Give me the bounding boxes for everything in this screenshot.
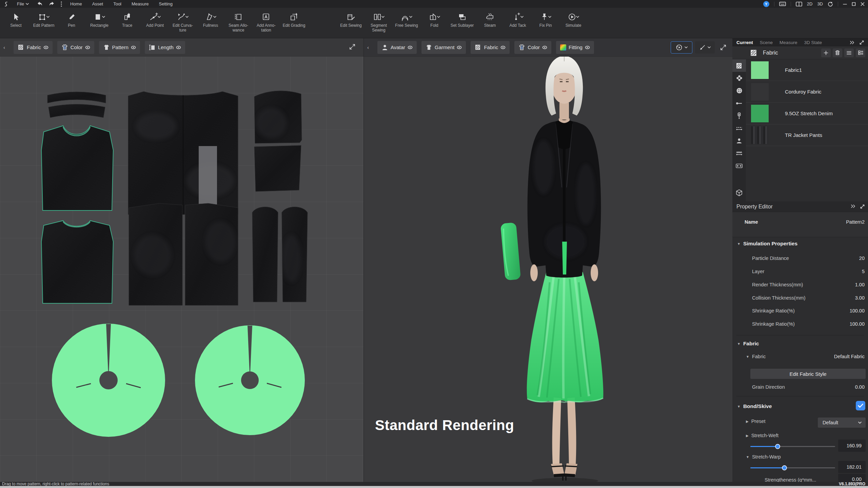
menu-home[interactable]: Home (68, 1, 84, 6)
shrinkage-ratio-weft-value[interactable]: 100.00 (850, 308, 865, 313)
fabric-list-item[interactable]: Corduroy Fabric (746, 81, 868, 103)
collapse-panel-icon[interactable] (850, 41, 854, 44)
simulation-properties-section[interactable]: ▼ Simulation Properties (737, 241, 797, 247)
delete-fabric-button[interactable] (833, 48, 842, 57)
pattern-piece-sleeve-left[interactable] (252, 207, 278, 302)
menu-measure[interactable]: Measure (130, 1, 151, 6)
set-sublayer-tool[interactable]: Set Sublayer (448, 11, 476, 33)
eye-icon[interactable] (131, 46, 136, 49)
strip-puckering-icon[interactable] (732, 147, 746, 160)
stretch-weft-slider[interactable] (750, 446, 835, 447)
caret-down-icon[interactable]: ▼ (737, 405, 741, 408)
eye-icon[interactable] (542, 46, 547, 49)
strip-3d-cube-icon[interactable] (732, 186, 746, 199)
pattern-piece-vest-back[interactable] (41, 221, 113, 303)
expand-panel-icon[interactable] (860, 40, 864, 45)
edit-pattern-tool[interactable]: Edit Pattern (30, 11, 58, 33)
simulate-tool[interactable]: Simulate (559, 11, 587, 33)
mode-3d-button[interactable]: 3D (817, 1, 823, 6)
edit-sewing-tool[interactable]: Edit Sewing (337, 11, 365, 33)
pen-tool[interactable]: Pen (58, 11, 85, 33)
mode-2d-button[interactable]: 2D (807, 1, 813, 6)
collapse-tabs-icon[interactable]: ‹ (3, 44, 9, 50)
tab-3d-avatar[interactable]: Avatar (377, 41, 417, 54)
viewport-3d[interactable]: ‹ Avatar Garment Fabric Color (363, 38, 732, 483)
add-fabric-button[interactable] (821, 48, 831, 57)
tab-3d-fabric[interactable]: Fabric (471, 41, 510, 54)
slider-handle[interactable] (775, 444, 780, 449)
maximize-button[interactable] (852, 2, 856, 6)
eye-icon[interactable] (85, 46, 90, 49)
fullness-tool[interactable]: Fullness (197, 11, 224, 33)
tab-2d-length[interactable]: Length (145, 41, 185, 54)
stretch-weft-value[interactable]: 160.99 (838, 440, 866, 452)
menu-tool[interactable]: Tool (111, 1, 123, 6)
eye-icon[interactable] (408, 46, 413, 49)
pattern-piece-waistband[interactable] (47, 92, 106, 118)
caret-down-icon[interactable]: ▼ (737, 342, 741, 346)
name-value[interactable]: Pattern2 (846, 219, 865, 225)
split-view-icon[interactable] (796, 2, 802, 6)
list-view-button[interactable] (844, 48, 854, 57)
expand-2d-view-icon[interactable] (349, 44, 355, 50)
strip-avatar-icon[interactable] (732, 135, 746, 147)
undo-icon[interactable] (37, 1, 43, 6)
tab-current[interactable]: Current (736, 40, 753, 45)
fabric-value[interactable]: Default Fabric (834, 354, 865, 359)
avatar-3d-render[interactable] (364, 38, 732, 483)
caret-down-icon[interactable]: ▼ (746, 355, 749, 359)
rectangle-tool[interactable]: Rectangle (85, 11, 113, 33)
grain-direction-value[interactable]: 0.00 (855, 384, 865, 390)
eye-icon[interactable] (585, 46, 590, 49)
eye-icon[interactable] (457, 46, 462, 49)
trace-tool[interactable]: Trace (113, 11, 141, 33)
fabric-section[interactable]: ▼ Fabric (737, 341, 759, 347)
particle-distance-value[interactable]: 20 (859, 256, 865, 261)
stretch-warp-value[interactable]: 182.01 (838, 461, 866, 473)
fabric-list-item[interactable]: TR Jacket Pants (746, 124, 868, 146)
add-annotation-tool[interactable]: Add Anno- tation (252, 11, 280, 33)
close-button[interactable] (861, 2, 865, 6)
strip-topstitch-icon[interactable] (732, 122, 746, 135)
file-menu[interactable]: File (15, 1, 31, 6)
minimize-button[interactable] (843, 2, 847, 6)
card-view-button[interactable] (856, 48, 865, 57)
more-menu-icon[interactable] (61, 1, 62, 7)
strip-pin-icon[interactable] (732, 97, 746, 109)
tab-3d-fitting[interactable]: Fitting (556, 41, 594, 54)
edit-grading-tool[interactable]: Edit Grading (280, 11, 308, 33)
strip-trim-icon[interactable] (732, 72, 746, 84)
add-point-tool[interactable]: Add Point (141, 11, 169, 33)
tab-2d-color[interactable]: Color (57, 41, 94, 54)
pattern-piece-side-lower[interactable] (254, 145, 301, 191)
collapse-tabs-icon[interactable]: ‹ (367, 44, 373, 50)
shrinkage-ratio-warp-value[interactable]: 100.00 (850, 321, 865, 327)
strip-fabric-icon[interactable] (732, 59, 746, 72)
steam-tool[interactable]: Steam (476, 11, 504, 33)
fabric-list-item[interactable]: Fabric1 (746, 59, 868, 81)
tab-3d-state[interactable]: 3D State (804, 40, 822, 45)
stretch-warp-slider[interactable] (750, 467, 835, 468)
pattern-piece-circle-skirt-2[interactable] (195, 325, 305, 435)
strip-zipper-icon[interactable] (732, 109, 746, 122)
add-tack-tool[interactable]: Add Tack (504, 11, 532, 33)
edit-fabric-style-button[interactable]: Edit Fabric Style (750, 369, 866, 379)
bond-skive-checkbox[interactable] (856, 401, 865, 410)
tab-3d-garment[interactable]: Garment (421, 41, 466, 54)
fix-pin-tool[interactable]: Fix Pin (532, 11, 559, 33)
eye-icon[interactable] (176, 46, 181, 49)
bond-skive-section[interactable]: ▼ Bond/Skive (737, 403, 772, 409)
tab-3d-color[interactable]: Color (514, 41, 551, 54)
tab-scene[interactable]: Scene (760, 40, 773, 45)
pattern-piece-vest-front[interactable] (41, 126, 113, 210)
keyboard-shortcuts-icon[interactable] (779, 2, 786, 6)
slider-handle[interactable] (782, 465, 787, 470)
collapse-editor-icon[interactable] (851, 204, 855, 209)
preset-dropdown[interactable]: Default (818, 418, 866, 428)
menu-setting[interactable]: Setting (157, 1, 175, 6)
tab-2d-pattern[interactable]: Pattern (99, 41, 140, 54)
render-thickness-value[interactable]: 1.00 (855, 282, 865, 287)
sync-icon[interactable] (828, 1, 833, 7)
redo-icon[interactable] (49, 1, 55, 6)
segment-sewing-tool[interactable]: Segment Sewing (365, 11, 393, 33)
